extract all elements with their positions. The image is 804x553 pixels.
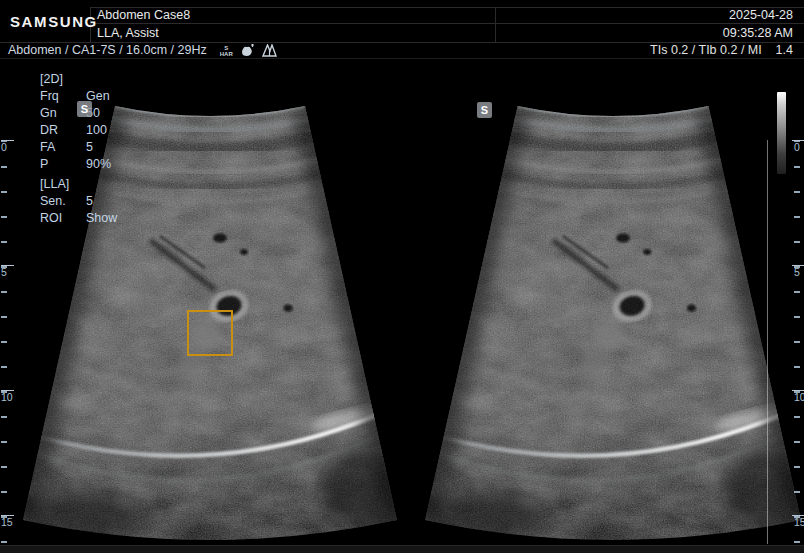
ruler-label: 5	[792, 265, 804, 278]
grayscale-bar	[777, 92, 786, 174]
ruler-label: 0	[792, 140, 804, 153]
ruler-label: 5	[1, 265, 14, 278]
mode-header: [2D]	[40, 71, 117, 88]
param-row: FA5	[40, 139, 117, 156]
divider	[90, 7, 804, 8]
param-label: Sen.	[40, 193, 86, 210]
param-value: 100	[86, 122, 107, 139]
param-label: ROI	[40, 210, 86, 227]
param-label: FA	[40, 139, 86, 156]
divider	[495, 7, 496, 42]
harmonic-icon-bottom: HAR	[220, 51, 233, 57]
exam-info-row: Abdomen / CA1-7S / 16.0cm / 29Hz S HAR	[8, 42, 277, 58]
left-depth-ruler	[1, 141, 7, 543]
right-ultrasound-panel[interactable]	[402, 58, 804, 546]
param-value: 5	[86, 193, 93, 210]
param-row: Sen.5	[40, 193, 117, 210]
ultrasound-screen: SAMSUNG Abdomen Case8 LLA, Assist 2025-0…	[0, 0, 804, 553]
orientation-marker-left[interactable]: S	[77, 101, 92, 117]
system-date: 2025-04-28	[729, 7, 793, 23]
samsung-logo: SAMSUNG	[10, 11, 88, 33]
operator-name[interactable]: LLA, Assist	[97, 24, 159, 42]
param-label: P	[40, 156, 86, 173]
param-value: 90%	[86, 156, 111, 173]
orientation-marker-right[interactable]: S	[477, 102, 492, 118]
roi-box[interactable]	[187, 310, 233, 356]
param-value: 5	[86, 139, 93, 156]
system-time: 09:35:28 AM	[723, 24, 793, 42]
status-icons: S HAR	[220, 44, 277, 57]
ruler-label: 15	[1, 515, 14, 528]
right-depth-ruler	[794, 141, 800, 543]
image-boundary-line	[767, 140, 768, 544]
preset-probe-info: Abdomen / CA1-7S / 16.0cm / 29Hz	[8, 43, 207, 57]
harmonic-icon: S HAR	[220, 45, 233, 57]
ruler-label: 0	[1, 140, 14, 153]
acoustic-output-indices: TIs 0.2 / TIb 0.2 / MI 1.4	[650, 42, 793, 58]
right-ultrasound-image[interactable]	[402, 58, 804, 546]
param-row: DR100	[40, 122, 117, 139]
ruler-label: 15	[792, 515, 804, 528]
param-row: ROIShow	[40, 210, 117, 227]
divider	[90, 23, 804, 24]
param-label: DR	[40, 122, 86, 139]
quickscan-icon	[240, 44, 255, 57]
parameter-panel: [2D] FrqGen Gn50 DR100 FA5 P90% [LLA] Se…	[40, 71, 117, 227]
patient-name[interactable]: Abdomen Case8	[97, 7, 190, 23]
param-value: Show	[86, 210, 117, 227]
preset-group-header: [LLA]	[40, 176, 117, 193]
bottom-bar	[0, 545, 804, 553]
ruler-label: 10	[1, 390, 14, 403]
param-row: P90%	[40, 156, 117, 173]
filter-icon	[262, 44, 277, 57]
ruler-label: 10	[792, 390, 804, 403]
